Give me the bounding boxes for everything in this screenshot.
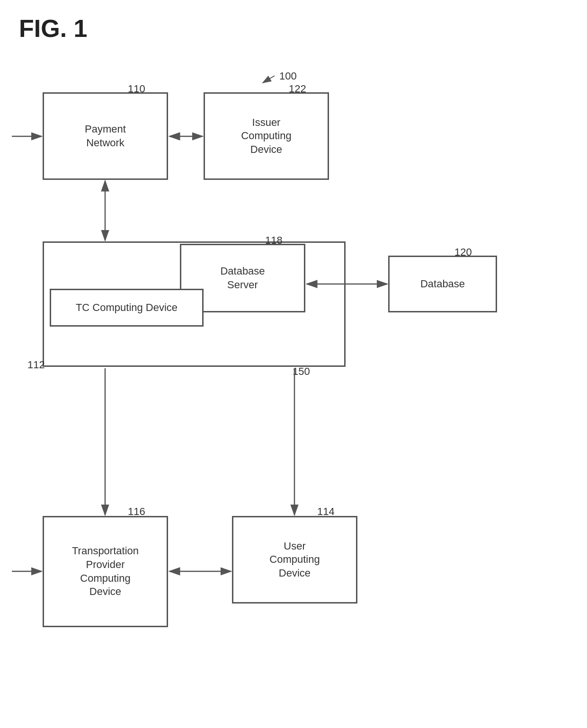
ref-118: 118 (265, 234, 283, 247)
user-computing-label: UserComputingDevice (269, 540, 320, 580)
issuer-computing-label: IssuerComputingDevice (241, 116, 291, 157)
payment-network-label: PaymentNetwork (85, 123, 126, 150)
payment-network-box: PaymentNetwork (43, 92, 168, 180)
ref-114: 114 (317, 506, 335, 518)
ref-110: 110 (128, 83, 145, 95)
database-server-label: DatabaseServer (220, 265, 265, 292)
ref-122: 122 (289, 83, 306, 95)
ref-116: 116 (128, 506, 145, 518)
database-box: Database (388, 256, 497, 312)
figure-title: FIG. 1 (19, 14, 87, 43)
issuer-computing-box: IssuerComputingDevice (204, 92, 329, 180)
transport-provider-label: TransportationProviderComputingDevice (72, 544, 139, 598)
transport-provider-box: TransportationProviderComputingDevice (43, 516, 168, 627)
ref-120: 120 (454, 246, 472, 258)
tc-computing-label: TC Computing Device (76, 301, 178, 315)
ref-100: 100 (279, 70, 297, 82)
ref-150: 150 (293, 365, 310, 378)
database-label: Database (420, 277, 465, 291)
user-computing-box: UserComputingDevice (232, 516, 357, 604)
tc-computing-box: TC Computing Device (50, 289, 204, 327)
svg-line-2 (263, 76, 275, 83)
ref-112: 112 (27, 359, 45, 371)
